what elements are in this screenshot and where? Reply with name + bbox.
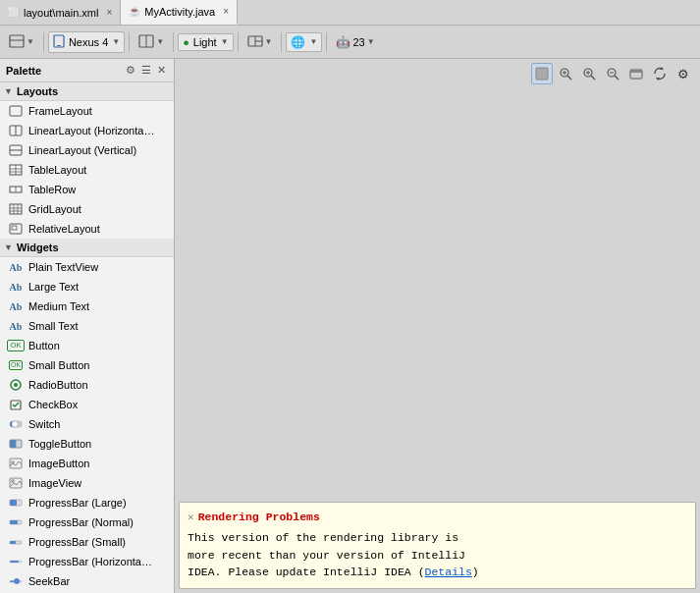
tablerow-icon bbox=[8, 183, 24, 196]
device-label: Nexus 4 bbox=[69, 36, 108, 48]
palette-item-progressbar-horiz[interactable]: ProgressBar (Horizonta… bbox=[0, 552, 174, 571]
progressbar-small-label: ProgressBar (Small) bbox=[28, 536, 126, 548]
layout2-icon bbox=[247, 34, 263, 50]
svg-rect-41 bbox=[10, 500, 17, 506]
palette-item-linearlayout-v[interactable]: LinearLayout (Vertical) bbox=[0, 140, 174, 160]
device-icon bbox=[53, 34, 65, 50]
device-selector[interactable]: Nexus 4 ▼ bbox=[48, 31, 125, 53]
problems-close-icon[interactable]: ✕ bbox=[188, 511, 194, 523]
tab-java-close[interactable]: × bbox=[223, 6, 229, 17]
linearlayout-h-label: LinearLayout (Horizonta… bbox=[28, 125, 154, 136]
palette-item-checkbox[interactable]: CheckBox bbox=[0, 395, 174, 414]
theme-selector[interactable]: ● Light ▼ bbox=[178, 33, 233, 51]
palette-group-widgets[interactable]: ▼ Widgets bbox=[0, 239, 174, 257]
progressbar-horiz-icon bbox=[8, 555, 24, 568]
imagebutton-label: ImageButton bbox=[28, 458, 89, 469]
palette-item-tablelayout[interactable]: TableLayout bbox=[0, 160, 174, 180]
palette-item-togglebutton[interactable]: ToggleButton bbox=[0, 434, 174, 454]
plaintextview-icon: Ab bbox=[8, 260, 24, 274]
switch-icon bbox=[8, 417, 24, 431]
canvas-fit-btn[interactable] bbox=[531, 63, 553, 84]
canvas-zoom-in-btn[interactable] bbox=[578, 63, 600, 84]
smalltext-label: Small Text bbox=[28, 320, 79, 332]
palette-item-framelayout[interactable]: FrameLayout bbox=[0, 101, 174, 121]
svg-point-32 bbox=[12, 421, 18, 427]
radiobutton-icon bbox=[8, 378, 24, 392]
palette-item-progressbar-large[interactable]: ProgressBar (Large) bbox=[0, 493, 174, 512]
canvas-zoom-fit-btn[interactable] bbox=[555, 63, 576, 84]
svg-point-28 bbox=[14, 383, 18, 387]
seekbar-label: SeekBar bbox=[28, 575, 70, 587]
palette-item-relativelayout[interactable]: RelativeLayout bbox=[0, 219, 174, 239]
toolbar-layout-btn[interactable]: ▼ bbox=[4, 31, 39, 53]
palette-tools: ⚙ ☰ ✕ bbox=[124, 63, 168, 78]
palette-list-btn[interactable]: ☰ bbox=[139, 63, 153, 78]
radiobutton-label: RadioButton bbox=[28, 379, 88, 391]
svg-rect-43 bbox=[10, 520, 18, 524]
palette-item-button[interactable]: OK Button bbox=[0, 336, 174, 355]
layout2-btn[interactable]: ▼ bbox=[242, 31, 278, 53]
palette-item-smallbutton[interactable]: OK Small Button bbox=[0, 355, 174, 375]
palette-item-tablerow[interactable]: TableRow bbox=[0, 180, 174, 199]
tab-java[interactable]: ☕ MyActivity.java × bbox=[121, 0, 238, 25]
palette-title: Palette bbox=[6, 65, 41, 77]
layout2-chevron: ▼ bbox=[265, 37, 273, 46]
java-file-icon: ☕ bbox=[129, 6, 140, 17]
palette-item-progressbar-normal[interactable]: ProgressBar (Normal) bbox=[0, 512, 174, 532]
switch-label: Switch bbox=[28, 418, 60, 430]
checkbox-label: CheckBox bbox=[28, 399, 78, 410]
widgets-group-label: Widgets bbox=[17, 242, 59, 253]
canvas-preview-btn[interactable] bbox=[625, 63, 647, 84]
palette-item-imagebutton[interactable]: ImageButton bbox=[0, 454, 174, 473]
locale-selector[interactable]: 🌐 ▼ bbox=[286, 32, 322, 52]
canvas-refresh-btn[interactable] bbox=[649, 63, 671, 84]
svg-rect-51 bbox=[536, 68, 548, 80]
rotate-icon bbox=[138, 34, 154, 50]
problems-text: This version of the rendering library is… bbox=[188, 529, 687, 580]
palette-settings-btn[interactable]: ⚙ bbox=[124, 63, 137, 78]
svg-rect-3 bbox=[57, 45, 61, 46]
canvas-settings-btn[interactable]: ⚙ bbox=[673, 63, 694, 84]
api-label: 23 bbox=[352, 36, 364, 48]
palette-item-mediumtext[interactable]: Ab Medium Text bbox=[0, 296, 174, 316]
progressbar-large-icon bbox=[8, 496, 24, 510]
palette-item-linearlayout-h[interactable]: LinearLayout (Horizonta… bbox=[0, 121, 174, 140]
tablelayout-label: TableLayout bbox=[28, 164, 86, 176]
globe-icon: 🌐 bbox=[291, 35, 305, 49]
rotate-btn[interactable]: ▼ bbox=[134, 31, 169, 53]
palette-panel: Palette ⚙ ☰ ✕ ▼ Layouts FrameLayout bbox=[0, 59, 175, 593]
palette-item-imageview[interactable]: ImageView bbox=[0, 473, 174, 493]
palette-item-switch[interactable]: Switch bbox=[0, 414, 174, 434]
theme-label: Light bbox=[193, 36, 217, 48]
palette-item-progressbar-small[interactable]: ProgressBar (Small) bbox=[0, 532, 174, 552]
tab-java-label: MyActivity.java bbox=[144, 6, 215, 18]
palette-item-smalltext[interactable]: Ab Small Text bbox=[0, 316, 174, 336]
palette-item-seekbar[interactable]: SeekBar bbox=[0, 571, 174, 591]
palette-group-layouts[interactable]: ▼ Layouts bbox=[0, 82, 174, 101]
tab-xml-close[interactable]: × bbox=[106, 7, 112, 18]
palette-item-radiobutton[interactable]: RadioButton bbox=[0, 375, 174, 395]
svg-point-50 bbox=[14, 578, 20, 584]
svg-rect-20 bbox=[10, 204, 22, 214]
palette-close-btn[interactable]: ✕ bbox=[155, 63, 168, 78]
linearlayout-v-icon bbox=[8, 143, 24, 157]
tab-xml-label: layout\main.xml bbox=[24, 7, 98, 19]
tab-xml[interactable]: ⬜ layout\main.xml × bbox=[0, 0, 121, 25]
palette-item-largetext[interactable]: Ab Large Text bbox=[0, 277, 174, 296]
svg-rect-47 bbox=[10, 561, 19, 563]
theme-chevron: ▼ bbox=[221, 37, 229, 46]
locale-chevron: ▼ bbox=[309, 37, 317, 46]
problems-details-link[interactable]: Details bbox=[425, 566, 472, 578]
palette-item-gridlayout[interactable]: GridLayout bbox=[0, 199, 174, 219]
canvas-zoom-out-btn[interactable] bbox=[602, 63, 623, 84]
toolbar-sep-3 bbox=[173, 32, 174, 52]
main-toolbar: ▼ Nexus 4 ▼ ▼ ● Light ▼ bbox=[0, 26, 700, 59]
tablelayout-icon bbox=[8, 163, 24, 177]
rotate-chevron: ▼ bbox=[156, 37, 164, 46]
problems-panel: ✕ Rendering Problems This version of the… bbox=[179, 502, 696, 589]
palette-item-plaintextview[interactable]: Ab Plain TextView bbox=[0, 257, 174, 277]
framelayout-label: FrameLayout bbox=[28, 105, 92, 117]
android-chevron: ▼ bbox=[367, 37, 375, 46]
android-btn[interactable]: 🤖 23 ▼ bbox=[331, 32, 379, 52]
xml-file-icon: ⬜ bbox=[8, 7, 20, 18]
